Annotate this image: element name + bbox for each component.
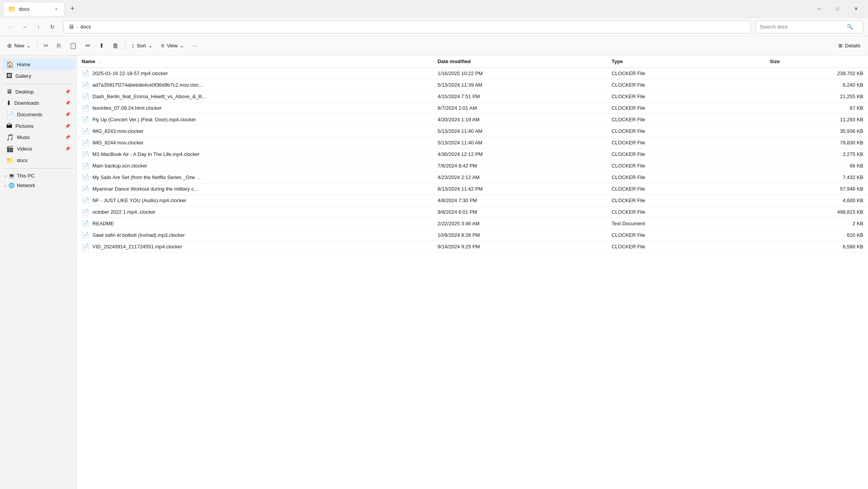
table-row[interactable]: 📄 2025-01-16 22-18-57.mp4.clocker 1/16/2…	[77, 68, 868, 79]
sidebar-item-home-label: Home	[17, 62, 30, 67]
file-type-cell: CLOCKER File	[607, 195, 765, 206]
tab-docs[interactable]: 📁 docs ×	[3, 2, 65, 16]
sidebar-item-videos-label: Videos	[17, 146, 32, 152]
column-size[interactable]: Size	[765, 55, 868, 68]
file-name-cell: 📄 IMG_8244.mov.clocker	[77, 137, 433, 149]
file-date-cell: 8/7/2024 2:01 AM	[433, 102, 607, 114]
back-button[interactable]: ←	[5, 21, 17, 33]
file-size-cell: 7,432 KB	[765, 172, 868, 183]
file-size-cell: 21,255 KB	[765, 91, 868, 102]
file-icon-wrapper: 📄 Fly Up (Concert Ver.) (Feat. Door).mp4…	[82, 116, 196, 123]
file-name-cell: 📄 VID_20240914_211724551.mp4.clocker	[77, 241, 433, 253]
table-row[interactable]: 📄 NF - JUST LIKE YOU (Audio).mp4.clocker…	[77, 195, 868, 206]
view-button[interactable]: ≡ View ⌄	[157, 39, 188, 53]
network-icon: 🌐	[8, 183, 15, 188]
sidebar: 🏠 Home 🖼 Gallery 🖥 Desktop 📌 ⬇ Downloads…	[0, 55, 77, 489]
table-row[interactable]: 📄 Myanmar Dance Workout during the milit…	[77, 183, 868, 195]
tab-close-button[interactable]: ×	[53, 5, 60, 12]
file-type-icon: 📄	[82, 93, 89, 100]
file-name-cell: 📄 IMG_8243.mov.clocker	[77, 126, 433, 137]
table-row[interactable]: 📄 Main backup.scn.clocker 7/6/2024 8:42 …	[77, 160, 868, 172]
sidebar-item-network[interactable]: › 🌐 Network	[0, 181, 77, 190]
table-row[interactable]: 📄 Sawt safiri el bolboli (Inshad).mp3.cl…	[77, 229, 868, 241]
table-row[interactable]: 📄 VID_20240914_211724551.mp4.clocker 9/1…	[77, 241, 868, 253]
nav-bar: ← → ↑ ↻ 🖥 › docs 🔍	[0, 18, 868, 36]
sidebar-item-music[interactable]: 🎵 Music 📌	[2, 132, 75, 143]
sidebar-item-pictures[interactable]: 🏔 Pictures 📌	[2, 121, 75, 131]
more-button[interactable]: ···	[189, 39, 201, 53]
cut-button[interactable]: ✂	[40, 39, 52, 53]
table-row[interactable]: 📄 Fly Up (Concert Ver.) (Feat. Door).mp4…	[77, 114, 868, 126]
table-row[interactable]: 📄 Dash_Berlin_feat_Emma_Hewitt_vs_Above_…	[77, 91, 868, 102]
file-type-cell: CLOCKER File	[607, 137, 765, 149]
forward-button[interactable]: →	[18, 21, 31, 33]
table-row[interactable]: 📄 M3 MacBook Air - A Day In The Life.mp4…	[77, 149, 868, 160]
refresh-button[interactable]: ↻	[46, 21, 59, 33]
address-bar[interactable]: 🖥 › docs	[63, 20, 751, 33]
file-name: Fly Up (Concert Ver.) (Feat. Door).mp4.c…	[92, 117, 196, 122]
column-name[interactable]: Name ↑	[77, 55, 433, 68]
file-type-cell: CLOCKER File	[607, 206, 765, 218]
home-icon: 🏠	[6, 61, 14, 68]
delete-button[interactable]: 🗑	[109, 39, 122, 53]
new-button[interactable]: ⊕ New ⌄	[3, 39, 35, 53]
file-icon-wrapper: 📄 ad7a35917f274abebde4ce0f36d9b7c2.mov.c…	[82, 81, 203, 89]
paste-button[interactable]: 📋	[65, 39, 81, 53]
file-type-cell: CLOCKER File	[607, 102, 765, 114]
close-button[interactable]: ✕	[847, 3, 865, 15]
table-row[interactable]: 📄 october 2022 1.mp4..clocker 9/8/2024 6…	[77, 206, 868, 218]
file-name-cell: 📄 Sawt safiri el bolboli (Inshad).mp3.cl…	[77, 229, 433, 241]
minimize-button[interactable]: ─	[810, 3, 828, 15]
rename-button[interactable]: ✏	[82, 39, 94, 53]
sidebar-item-desktop[interactable]: 🖥 Desktop 📌	[2, 86, 75, 97]
file-name: Sawt safiri el bolboli (Inshad).mp3.cloc…	[92, 232, 185, 238]
file-icon-wrapper: 📄 README	[82, 220, 114, 227]
details-button[interactable]: ⊞ Details	[834, 39, 865, 53]
file-size-cell: 498,815 KB	[765, 206, 868, 218]
file-date-cell: 9/8/2024 6:01 PM	[433, 206, 607, 218]
file-icon-wrapper: 📄 Myanmar Dance Workout during the milit…	[82, 185, 198, 193]
file-type-icon: 📄	[82, 208, 89, 216]
column-type[interactable]: Type	[607, 55, 765, 68]
column-date-modified[interactable]: Date modified	[433, 55, 607, 68]
file-name: Main backup.scn.clocker	[92, 163, 147, 169]
file-type-icon: 📄	[82, 243, 89, 250]
table-row[interactable]: 📄 My Sails Are Set (from the Netflix Ser…	[77, 172, 868, 183]
sidebar-item-this-pc[interactable]: › 💻 This PC	[0, 171, 77, 181]
sort-button[interactable]: ↕ Sort ⌄	[127, 39, 156, 53]
file-date-cell: 5/13/2024 11:39 AM	[433, 79, 607, 91]
file-table-body: 📄 2025-01-16 22-18-57.mp4.clocker 1/16/2…	[77, 68, 868, 253]
table-row[interactable]: 📄 IMG_8244.mov.clocker 5/13/2024 11:40 A…	[77, 137, 868, 149]
search-input[interactable]	[760, 24, 845, 30]
sidebar-item-docs[interactable]: 📁 docs	[2, 155, 75, 166]
file-type-icon: 📄	[82, 174, 89, 181]
file-type-cell: CLOCKER File	[607, 68, 765, 79]
sidebar-item-music-label: Music	[17, 134, 30, 140]
table-row[interactable]: 📄 favorites_07.08.24.html.clocker 8/7/20…	[77, 102, 868, 114]
table-row[interactable]: 📄 README 2/22/2025 3:46 AM Text Document…	[77, 218, 868, 229]
file-date-cell: 5/13/2024 11:40 AM	[433, 137, 607, 149]
table-row[interactable]: 📄 ad7a35917f274abebde4ce0f36d9b7c2.mov.c…	[77, 79, 868, 91]
sidebar-item-gallery[interactable]: 🖼 Gallery	[2, 70, 75, 81]
up-button[interactable]: ↑	[32, 21, 45, 33]
file-type-cell: CLOCKER File	[607, 172, 765, 183]
sidebar-item-home[interactable]: 🏠 Home	[2, 59, 75, 70]
file-type-cell: CLOCKER File	[607, 91, 765, 102]
videos-pin-icon: 📌	[65, 146, 70, 151]
search-bar[interactable]: 🔍	[756, 20, 863, 33]
this-pc-icon: 💻	[8, 173, 15, 179]
copy-button[interactable]: ⎘	[53, 39, 65, 53]
sidebar-item-documents[interactable]: 📄 Documents 📌	[2, 109, 75, 120]
sidebar-item-gallery-label: Gallery	[15, 73, 31, 79]
maximize-button[interactable]: □	[829, 3, 846, 15]
share-button[interactable]: ⬆	[95, 39, 108, 53]
sidebar-item-videos[interactable]: 🎬 Videos 📌	[2, 143, 75, 154]
file-size-cell: 79,830 KB	[765, 137, 868, 149]
details-label: Details	[845, 43, 860, 49]
add-tab-button[interactable]: +	[66, 3, 79, 15]
file-date-cell: 1/16/2025 10:22 PM	[433, 68, 607, 79]
sidebar-item-downloads[interactable]: ⬇ Downloads 📌	[2, 97, 75, 109]
file-type-cell: CLOCKER File	[607, 114, 765, 126]
table-row[interactable]: 📄 IMG_8243.mov.clocker 5/13/2024 11:40 A…	[77, 126, 868, 137]
file-type-icon: 📄	[82, 151, 89, 158]
